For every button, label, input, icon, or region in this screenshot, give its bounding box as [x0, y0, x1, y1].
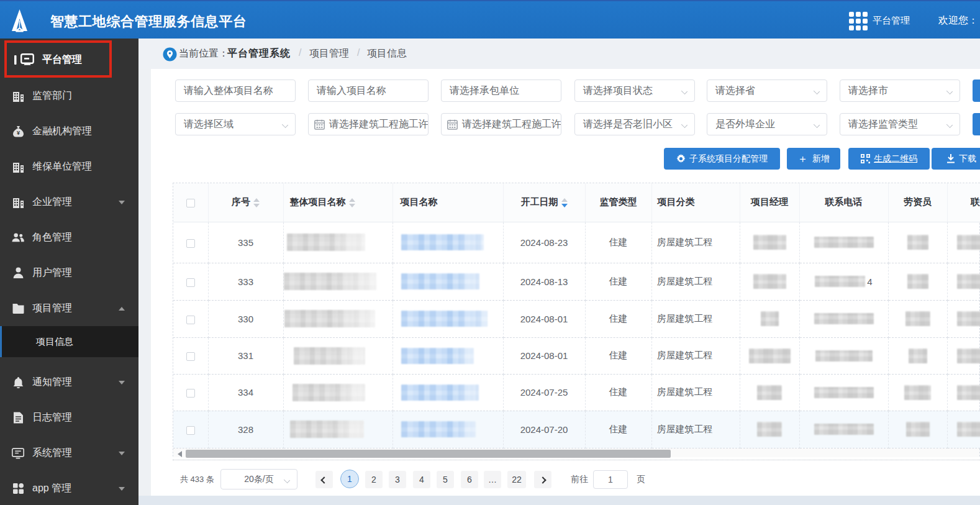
svg-text:¥: ¥ — [16, 130, 19, 136]
